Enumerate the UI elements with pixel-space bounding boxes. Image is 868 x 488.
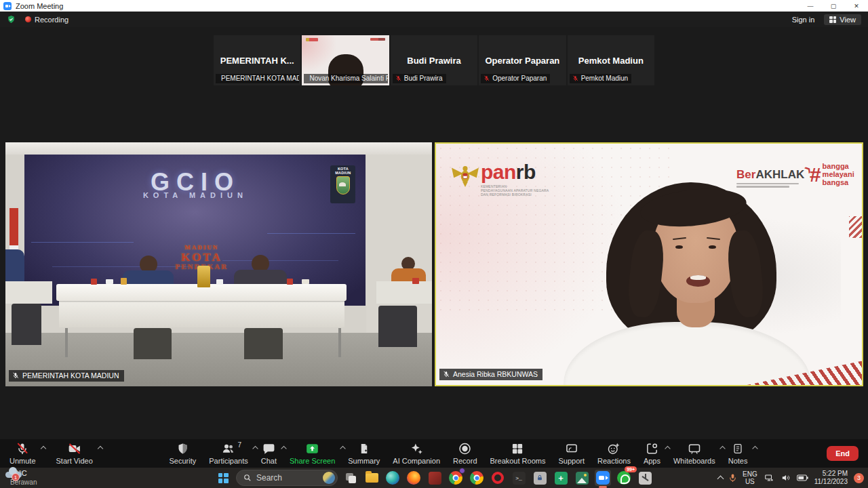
lock-app-icon[interactable] <box>532 470 548 486</box>
share-screen-button[interactable]: Share Screen <box>290 442 335 465</box>
support-button[interactable]: Support <box>558 442 585 465</box>
chrome-badge <box>459 468 465 474</box>
chevron-up-icon[interactable] <box>281 446 287 451</box>
image-editor-app-icon[interactable] <box>574 470 590 486</box>
green-plus-app-icon[interactable]: + <box>553 470 569 486</box>
thumbnail-pemerintah-kota-madiun[interactable]: PEMERINTAH K... PEMERINTAH KOTA MADIUN <box>214 35 300 85</box>
chat-button[interactable]: Chat <box>261 442 277 465</box>
berakhlak-logo-small <box>370 38 385 41</box>
file-explorer-icon[interactable] <box>363 470 380 486</box>
chrome-icon[interactable] <box>469 470 485 486</box>
chevron-up-icon[interactable] <box>40 446 45 451</box>
participant-label: Operator Paparan <box>481 74 550 83</box>
chevron-up-icon[interactable] <box>752 446 757 451</box>
songket-edge-motif <box>849 216 862 238</box>
security-button[interactable]: Security <box>170 442 197 465</box>
mic-muted-icon <box>572 75 578 81</box>
unmute-button[interactable]: Unmute <box>9 442 36 465</box>
taskbar-search[interactable]: Search <box>236 470 338 486</box>
support-icon <box>564 442 578 455</box>
opera-browser-icon[interactable] <box>490 470 506 486</box>
participants-count-badge: 7 <box>237 441 241 449</box>
lock-icon <box>536 474 543 481</box>
volume-icon[interactable] <box>781 473 791 483</box>
record-icon <box>458 442 472 455</box>
task-view-button[interactable] <box>342 470 359 486</box>
thumbnail-pemkot-madiun[interactable]: Pemkot Madiun Pemkot Madiun <box>568 35 654 85</box>
whatsapp-badge: 99+ <box>625 466 637 472</box>
thumbnail-novan-kharisma[interactable]: Novan Kharisma Salainti R... <box>302 35 389 85</box>
chevron-up-icon[interactable] <box>665 446 671 451</box>
windows-logo-icon <box>218 473 229 483</box>
breakout-rooms-button[interactable]: Breakout Rooms <box>490 442 546 465</box>
reactions-button[interactable]: Reactions <box>597 442 631 465</box>
whatsapp-icon[interactable]: 99+ <box>616 470 632 486</box>
bangga-melayani-bangsa-logo: # bangga melayani bangsa <box>810 163 854 186</box>
participants-button[interactable]: 7 Participants <box>209 442 248 465</box>
edge-browser-icon[interactable] <box>384 470 401 486</box>
panrb-logo: panrb KEMENTERIAN PENDAYAGUNAAN APARATUR… <box>481 161 549 197</box>
chevron-up-icon[interactable] <box>98 446 103 451</box>
conference-table-front <box>59 300 344 327</box>
chevron-up-icon[interactable] <box>719 446 725 451</box>
thumbnail-operator-paparan[interactable]: Operator Paparan Operator Paparan <box>479 35 566 85</box>
view-button[interactable]: View <box>824 14 861 25</box>
start-video-button[interactable]: Start Video <box>56 442 93 465</box>
reactions-icon <box>607 442 621 455</box>
sign-in-button[interactable]: Sign in <box>792 16 815 24</box>
trophy <box>197 266 210 287</box>
maximize-button[interactable]: ▢ <box>822 0 845 12</box>
participant-label: Pemkot Madiun <box>570 74 631 83</box>
meeting-info-bar: Recording Sign in View <box>0 12 868 27</box>
chrome-profile-icon[interactable] <box>448 470 464 486</box>
active-video-label: PEMERINTAH KOTA MADIUN <box>9 370 124 382</box>
apps-button[interactable]: Apps <box>644 442 660 465</box>
network-icon[interactable] <box>764 473 774 483</box>
main-video-conference-room[interactable]: GCIO KOTA MADIUN KOTA MADIUN MADIUN KOTA… <box>5 142 432 386</box>
mic-off-icon <box>12 372 19 379</box>
breakout-rooms-icon <box>511 442 524 455</box>
mic-muted-icon <box>484 75 490 81</box>
participant-filmstrip: PEMERINTAH K... PEMERINTAH KOTA MADIUN N… <box>214 35 654 85</box>
chair <box>378 306 417 347</box>
video-off-icon <box>67 442 82 455</box>
taskbar-clock[interactable]: 5:22 PM 11/12/2023 <box>814 470 848 487</box>
hidden-icons-chevron[interactable] <box>717 476 724 483</box>
summary-button[interactable]: Summary <box>348 442 380 465</box>
view-grid-icon <box>829 16 836 23</box>
windows-taskbar: 1 33°C Berawan Search >_ + <box>0 468 868 488</box>
record-button[interactable]: Record <box>453 442 477 465</box>
meeting-control-bar: Unmute Start Video Security 7 Participan… <box>0 439 868 468</box>
window-title: Zoom Meeting <box>16 2 63 10</box>
zoom-app-icon <box>3 2 12 10</box>
start-button[interactable] <box>215 470 231 486</box>
mic-off-icon <box>16 442 29 455</box>
end-meeting-button[interactable]: End <box>827 446 859 461</box>
clock-app-icon[interactable] <box>637 470 653 486</box>
chevron-up-icon[interactable] <box>340 446 345 451</box>
participant-label: PEMERINTAH KOTA MADIUN <box>216 74 299 83</box>
thumbnail-budi-prawira[interactable]: Budi Prawira Budi Prawira <box>391 35 477 85</box>
mic-in-use-icon[interactable] <box>729 473 736 483</box>
firefox-browser-icon[interactable] <box>406 470 422 486</box>
sparkle-icon <box>410 442 423 455</box>
share-screen-icon <box>305 442 320 455</box>
close-button[interactable]: ✕ <box>845 0 868 12</box>
minimize-button[interactable]: — <box>799 0 822 12</box>
zoom-taskbar-icon[interactable] <box>595 470 611 486</box>
red-app-icon[interactable] <box>427 470 443 486</box>
ai-companion-button[interactable]: AI Companion <box>393 442 440 465</box>
whiteboards-button[interactable]: Whiteboards <box>673 442 715 465</box>
window-title-bar: Zoom Meeting — ▢ ✕ <box>0 0 868 12</box>
main-video-active-speaker[interactable]: panrb KEMENTERIAN PENDAYAGUNAAN APARATUR… <box>435 142 863 386</box>
language-indicator[interactable]: ENG US <box>743 470 757 486</box>
notes-button[interactable]: Notes <box>728 442 748 465</box>
chat-icon <box>262 442 275 455</box>
terminal-icon[interactable]: >_ <box>511 470 527 486</box>
weather-widget[interactable]: 1 33°C Berawan <box>5 469 37 487</box>
chevron-up-icon[interactable] <box>252 446 258 451</box>
participants-icon <box>221 442 236 455</box>
shield-icon <box>176 442 189 455</box>
battery-icon[interactable] <box>797 474 808 482</box>
notification-count-badge[interactable]: 3 <box>854 473 864 483</box>
